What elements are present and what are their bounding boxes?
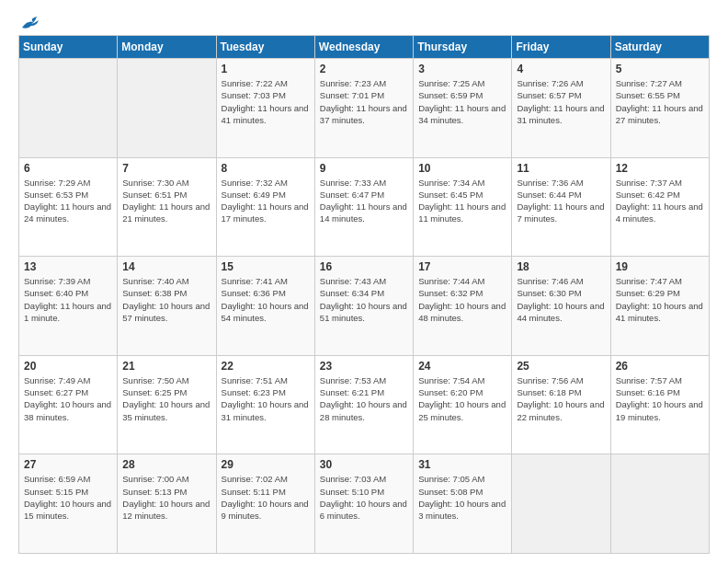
weekday-header-friday: Friday xyxy=(512,36,610,59)
day-number: 21 xyxy=(122,360,210,373)
page: SundayMondayTuesdayWednesdayThursdayFrid… xyxy=(0,0,728,563)
header xyxy=(18,15,710,31)
calendar-week-4: 20Sunrise: 7:49 AMSunset: 6:27 PMDayligh… xyxy=(19,355,710,454)
day-number: 13 xyxy=(24,260,112,273)
day-number: 15 xyxy=(222,260,310,273)
calendar-cell: 21Sunrise: 7:50 AMSunset: 6:25 PMDayligh… xyxy=(118,355,216,454)
calendar-cell: 25Sunrise: 7:56 AMSunset: 6:18 PMDayligh… xyxy=(512,355,610,454)
day-info: Sunrise: 7:37 AMSunset: 6:42 PMDaylight:… xyxy=(616,177,704,225)
day-number: 8 xyxy=(222,162,310,175)
day-info: Sunrise: 7:33 AMSunset: 6:47 PMDaylight:… xyxy=(320,177,408,225)
calendar-cell: 5Sunrise: 7:27 AMSunset: 6:55 PMDaylight… xyxy=(610,59,709,158)
day-info: Sunrise: 7:34 AMSunset: 6:45 PMDaylight:… xyxy=(418,177,506,225)
calendar-cell: 10Sunrise: 7:34 AMSunset: 6:45 PMDayligh… xyxy=(414,157,512,257)
day-number: 25 xyxy=(517,360,605,373)
calendar-week-2: 6Sunrise: 7:29 AMSunset: 6:53 PMDaylight… xyxy=(19,157,710,257)
day-number: 4 xyxy=(517,63,605,75)
weekday-header-thursday: Thursday xyxy=(414,36,512,59)
calendar-cell: 6Sunrise: 7:29 AMSunset: 6:53 PMDaylight… xyxy=(19,157,118,257)
day-info: Sunrise: 7:05 AMSunset: 5:08 PMDaylight:… xyxy=(418,473,506,522)
day-number: 27 xyxy=(24,458,112,471)
day-number: 11 xyxy=(517,162,605,175)
calendar-cell: 19Sunrise: 7:47 AMSunset: 6:29 PMDayligh… xyxy=(610,257,709,356)
day-info: Sunrise: 7:39 AMSunset: 6:40 PMDaylight:… xyxy=(24,275,112,324)
day-info: Sunrise: 7:22 AMSunset: 7:03 PMDaylight:… xyxy=(222,77,310,126)
calendar-cell xyxy=(19,59,118,158)
weekday-header-sunday: Sunday xyxy=(19,36,118,59)
weekday-header-wednesday: Wednesday xyxy=(314,36,413,59)
day-info: Sunrise: 7:56 AMSunset: 6:18 PMDaylight:… xyxy=(517,374,605,423)
calendar-cell: 9Sunrise: 7:33 AMSunset: 6:47 PMDaylight… xyxy=(314,157,413,257)
day-info: Sunrise: 7:54 AMSunset: 6:20 PMDaylight:… xyxy=(418,374,506,423)
calendar-cell: 2Sunrise: 7:23 AMSunset: 7:01 PMDaylight… xyxy=(314,59,413,158)
day-number: 12 xyxy=(616,162,704,175)
calendar-cell: 12Sunrise: 7:37 AMSunset: 6:42 PMDayligh… xyxy=(610,157,709,257)
day-info: Sunrise: 6:59 AMSunset: 5:15 PMDaylight:… xyxy=(24,473,112,522)
day-number: 20 xyxy=(24,360,112,373)
day-info: Sunrise: 7:23 AMSunset: 7:01 PMDaylight:… xyxy=(320,77,408,126)
calendar-cell: 24Sunrise: 7:54 AMSunset: 6:20 PMDayligh… xyxy=(414,355,512,454)
day-number: 7 xyxy=(122,162,210,175)
day-info: Sunrise: 7:27 AMSunset: 6:55 PMDaylight:… xyxy=(616,77,704,126)
day-info: Sunrise: 7:47 AMSunset: 6:29 PMDaylight:… xyxy=(616,275,704,324)
calendar-cell xyxy=(610,454,709,554)
calendar-cell xyxy=(512,454,610,554)
day-info: Sunrise: 7:36 AMSunset: 6:44 PMDaylight:… xyxy=(517,177,605,225)
day-info: Sunrise: 7:00 AMSunset: 5:13 PMDaylight:… xyxy=(122,473,210,522)
day-info: Sunrise: 7:50 AMSunset: 6:25 PMDaylight:… xyxy=(122,374,210,423)
calendar-cell: 8Sunrise: 7:32 AMSunset: 6:49 PMDaylight… xyxy=(216,157,314,257)
day-number: 23 xyxy=(320,360,408,373)
calendar-cell: 28Sunrise: 7:00 AMSunset: 5:13 PMDayligh… xyxy=(118,454,216,554)
day-number: 2 xyxy=(320,63,408,75)
day-number: 9 xyxy=(320,162,408,175)
calendar-cell: 4Sunrise: 7:26 AMSunset: 6:57 PMDaylight… xyxy=(512,59,610,158)
day-info: Sunrise: 7:53 AMSunset: 6:21 PMDaylight:… xyxy=(320,374,408,423)
logo-bird-icon xyxy=(20,15,40,31)
day-info: Sunrise: 7:29 AMSunset: 6:53 PMDaylight:… xyxy=(24,177,112,225)
day-number: 5 xyxy=(616,63,704,75)
day-info: Sunrise: 7:44 AMSunset: 6:32 PMDaylight:… xyxy=(418,275,506,324)
calendar-cell: 27Sunrise: 6:59 AMSunset: 5:15 PMDayligh… xyxy=(19,454,118,554)
day-number: 29 xyxy=(222,458,310,471)
logo xyxy=(18,15,40,31)
day-number: 22 xyxy=(222,360,310,373)
day-number: 28 xyxy=(122,458,210,471)
day-number: 26 xyxy=(616,360,704,373)
day-info: Sunrise: 7:30 AMSunset: 6:51 PMDaylight:… xyxy=(122,177,210,225)
day-info: Sunrise: 7:43 AMSunset: 6:34 PMDaylight:… xyxy=(320,275,408,324)
calendar-table: SundayMondayTuesdayWednesdayThursdayFrid… xyxy=(18,35,710,554)
day-info: Sunrise: 7:40 AMSunset: 6:38 PMDaylight:… xyxy=(122,275,210,324)
weekday-header-monday: Monday xyxy=(118,36,216,59)
day-number: 1 xyxy=(222,63,310,75)
weekday-header-saturday: Saturday xyxy=(610,36,709,59)
day-info: Sunrise: 7:26 AMSunset: 6:57 PMDaylight:… xyxy=(517,77,605,126)
day-number: 10 xyxy=(418,162,506,175)
day-info: Sunrise: 7:46 AMSunset: 6:30 PMDaylight:… xyxy=(517,275,605,324)
calendar-cell xyxy=(118,59,216,158)
day-number: 24 xyxy=(418,360,506,373)
calendar-cell: 14Sunrise: 7:40 AMSunset: 6:38 PMDayligh… xyxy=(118,257,216,356)
day-info: Sunrise: 7:51 AMSunset: 6:23 PMDaylight:… xyxy=(222,374,310,423)
day-info: Sunrise: 7:03 AMSunset: 5:10 PMDaylight:… xyxy=(320,473,408,522)
day-number: 6 xyxy=(24,162,112,175)
day-number: 14 xyxy=(122,260,210,273)
calendar-cell: 3Sunrise: 7:25 AMSunset: 6:59 PMDaylight… xyxy=(414,59,512,158)
calendar-cell: 31Sunrise: 7:05 AMSunset: 5:08 PMDayligh… xyxy=(414,454,512,554)
day-number: 3 xyxy=(418,63,506,75)
calendar-cell: 7Sunrise: 7:30 AMSunset: 6:51 PMDaylight… xyxy=(118,157,216,257)
calendar-cell: 17Sunrise: 7:44 AMSunset: 6:32 PMDayligh… xyxy=(414,257,512,356)
day-info: Sunrise: 7:25 AMSunset: 6:59 PMDaylight:… xyxy=(418,77,506,126)
day-number: 16 xyxy=(320,260,408,273)
calendar-cell: 15Sunrise: 7:41 AMSunset: 6:36 PMDayligh… xyxy=(216,257,314,356)
calendar-cell: 22Sunrise: 7:51 AMSunset: 6:23 PMDayligh… xyxy=(216,355,314,454)
calendar-cell: 23Sunrise: 7:53 AMSunset: 6:21 PMDayligh… xyxy=(314,355,413,454)
calendar-cell: 26Sunrise: 7:57 AMSunset: 6:16 PMDayligh… xyxy=(610,355,709,454)
day-info: Sunrise: 7:49 AMSunset: 6:27 PMDaylight:… xyxy=(24,374,112,423)
day-number: 31 xyxy=(418,458,506,471)
day-number: 17 xyxy=(418,260,506,273)
day-info: Sunrise: 7:32 AMSunset: 6:49 PMDaylight:… xyxy=(222,177,310,225)
calendar-week-5: 27Sunrise: 6:59 AMSunset: 5:15 PMDayligh… xyxy=(19,454,710,554)
calendar-cell: 30Sunrise: 7:03 AMSunset: 5:10 PMDayligh… xyxy=(314,454,413,554)
weekday-header-row: SundayMondayTuesdayWednesdayThursdayFrid… xyxy=(19,36,710,59)
day-info: Sunrise: 7:57 AMSunset: 6:16 PMDaylight:… xyxy=(616,374,704,423)
